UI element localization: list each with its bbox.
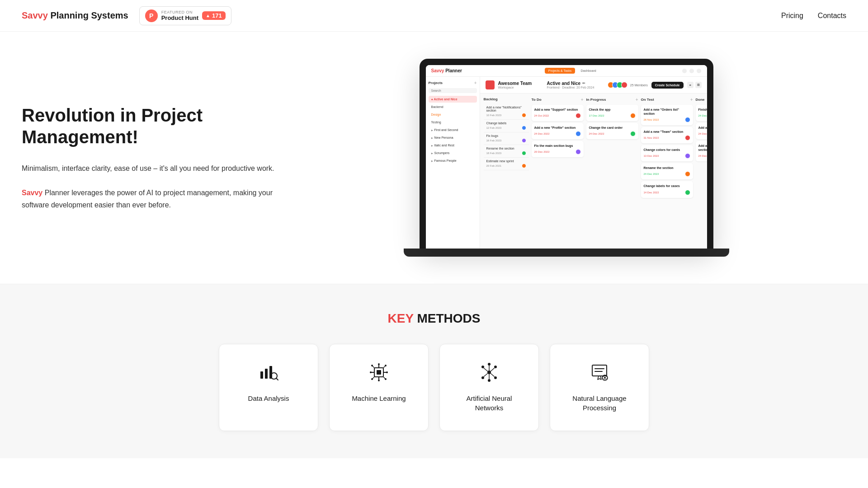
project-info: Active and Nice ✏ Frontend · Deadline: 2…: [547, 81, 594, 89]
method-card-data-analysis: Data Analysis: [219, 344, 318, 431]
menu-icon[interactable]: [697, 69, 701, 73]
sidebar-search-bar: [429, 88, 477, 93]
svg-point-23: [487, 371, 491, 374]
avatar: [630, 113, 636, 118]
svg-point-24: [481, 366, 484, 368]
key-methods-title: KEY METHODS: [22, 311, 846, 326]
main-header: Awesome Team Workspace Active and Nice ✏: [480, 77, 707, 94]
sidebar-item-backend[interactable]: Backend: [429, 103, 477, 110]
machine-learning-label: Machine Learning: [352, 394, 406, 403]
ontest-card-5: Change labels for cases 14 Dec 2022: [641, 181, 693, 197]
app-brand: Savvy Planner: [431, 68, 462, 73]
product-hunt-icon: P: [145, 9, 158, 22]
app-sidebar: Projects + ● Active and Nice Backend Des…: [426, 77, 480, 249]
ph-count-badge: ▲ 171: [202, 11, 226, 20]
hero-desc-part1: Minimalism, interface clarity, ease of u…: [22, 164, 274, 172]
svg-rect-1: [265, 369, 268, 379]
ontest-card-2: Add a new "Team" section 31 Nov 2022: [641, 127, 693, 143]
grid-view-icon[interactable]: ⊞: [695, 82, 702, 88]
svg-point-28: [488, 363, 491, 366]
ontest-card-1: Add a new "Orders list" section 26 Nov 2…: [641, 105, 693, 125]
member-avatar-4: [621, 82, 627, 88]
inprogress-card-2: Change the card order 24 Dec 2022: [586, 123, 638, 139]
nav-left: Savvy Planning Systems P FEATURED ON Pro…: [22, 6, 231, 25]
svg-point-16: [378, 380, 380, 381]
hero-text: Revolution in Project Management! Minima…: [22, 104, 284, 211]
avatar: [685, 135, 690, 141]
hero-section: Revolution in Project Management! Minima…: [0, 32, 868, 284]
svg-point-40: [604, 377, 606, 379]
ph-arrow-icon: ▲: [206, 13, 210, 18]
todo-add-btn[interactable]: +: [581, 97, 584, 102]
ontest-add-btn[interactable]: +: [690, 97, 693, 102]
avatar: [522, 151, 526, 155]
tab-projects[interactable]: Projects & Tasks: [545, 68, 576, 74]
app-tabs: Projects & Tasks Dashboard: [545, 68, 600, 74]
svg-rect-36: [592, 365, 607, 376]
product-hunt-badge[interactable]: P FEATURED ON Product Hunt ▲ 171: [139, 6, 231, 25]
svg-point-26: [481, 376, 484, 379]
product-hunt-text: FEATURED ON Product Hunt: [161, 10, 198, 21]
sidebar-group-first[interactable]: First and Second: [429, 127, 477, 133]
hero-savvy-word: Savvy: [22, 189, 42, 197]
title-rest: METHODS: [414, 311, 481, 325]
done-header: Done +: [696, 97, 707, 102]
brand-logo[interactable]: Savvy Planning Systems: [22, 10, 128, 21]
team-name: Awesome Team: [498, 81, 532, 86]
neural-networks-icon: [479, 362, 499, 386]
project-meta: Frontend · Deadline: 20 Feb 2024: [547, 86, 594, 89]
backlog-title: Backlog: [484, 97, 498, 101]
avatar: [630, 131, 636, 136]
todo-card-1: Add a new "Support" section 24 Oct 2022: [532, 105, 584, 121]
inprogress-add-btn[interactable]: +: [636, 97, 638, 102]
project-edit-icon[interactable]: ✏: [582, 81, 585, 85]
inprogress-card-1: Check the app 17 Dec 2022: [586, 105, 638, 121]
svg-point-27: [494, 376, 497, 379]
sidebar-header: Projects +: [429, 80, 477, 85]
svg-point-18: [386, 371, 388, 373]
brand-savvy: Savvy: [22, 10, 48, 20]
kanban-board: Backlog Add a new "Notifications" sectio…: [480, 94, 707, 249]
user-icon[interactable]: [689, 69, 694, 73]
method-card-nlp: Natural Language Processing: [550, 344, 649, 431]
ph-featured-label: FEATURED ON: [161, 10, 198, 14]
sidebar-item-testing[interactable]: Testing: [429, 119, 477, 126]
svg-point-15: [378, 363, 380, 365]
todo-title: To Do: [532, 98, 542, 102]
done-title: Done: [696, 98, 705, 102]
sidebar-group-scrum[interactable]: Scrumpers: [429, 150, 477, 156]
svg-point-20: [385, 365, 387, 366]
view-icons: ≡ ⊞: [687, 82, 702, 88]
sidebar-group-italic[interactable]: Italic and Rest: [429, 142, 477, 149]
brand-rest: Planning Systems: [48, 10, 128, 20]
avatar: [685, 153, 690, 159]
nav-contacts-link[interactable]: Contacts: [818, 12, 846, 20]
svg-line-32: [484, 368, 488, 371]
sidebar-item-design[interactable]: Design: [429, 111, 477, 118]
team-workspace: Workspace: [498, 86, 532, 89]
sidebar-item-active[interactable]: ● Active and Nice: [429, 96, 477, 103]
svg-line-34: [484, 374, 488, 377]
laptop-base: [404, 249, 729, 257]
kanban-col-inprogress: In Progress + Check the app 17 Dec 2022: [586, 97, 638, 245]
notification-icon[interactable]: [682, 69, 687, 73]
hero-visual: Savvy Planner Projects & Tasks Dashboard: [302, 59, 846, 257]
app-main-content: Awesome Team Workspace Active and Nice ✏: [480, 77, 707, 249]
create-schedule-button[interactable]: Create Schedule: [651, 82, 684, 89]
header-actions: 25 Members Create Schedule ≡ ⊞: [609, 82, 702, 89]
avatar: [685, 171, 690, 177]
sidebar-group-persona[interactable]: New Persona: [429, 134, 477, 141]
tab-dashboard[interactable]: Dashboard: [577, 68, 599, 74]
sidebar-group-famous[interactable]: Famous People: [429, 157, 477, 164]
svg-point-21: [371, 378, 373, 380]
svg-point-17: [370, 371, 372, 373]
svg-rect-6: [377, 370, 381, 375]
app-header-icons: [682, 69, 701, 73]
inprogress-title: In Progress: [586, 98, 606, 102]
nav-pricing-link[interactable]: Pricing: [781, 12, 803, 20]
list-view-icon[interactable]: ≡: [687, 82, 693, 88]
sidebar-search-input[interactable]: [431, 89, 474, 92]
svg-point-22: [385, 378, 387, 380]
done-card-2: Add a new "Log in" section 24 Dec 2022: [696, 123, 707, 139]
sidebar-add-btn[interactable]: +: [474, 80, 477, 85]
